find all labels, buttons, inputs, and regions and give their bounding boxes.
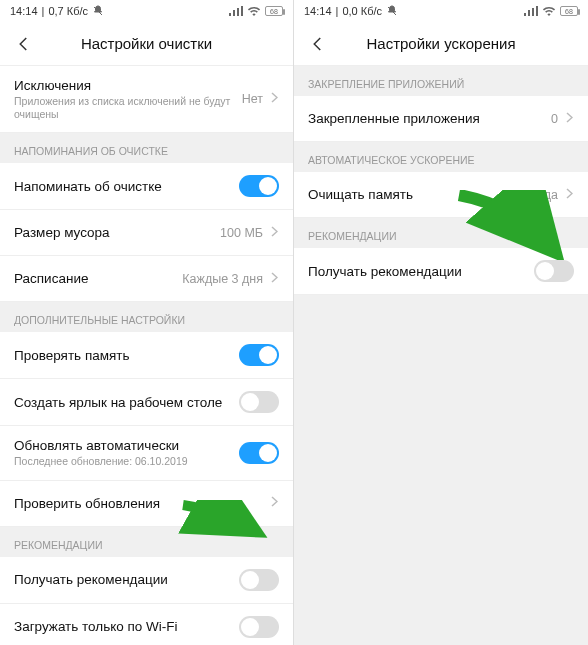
trash-size-row[interactable]: Размер мусора 100 МБ — [0, 210, 293, 256]
clear-memory-value: Никогда — [511, 188, 558, 202]
status-bar: 14:14 | 0,0 Кб/с 68 — [294, 0, 588, 22]
battery-icon: 68 — [265, 6, 283, 16]
section-recommend-right: РЕКОМЕНДАЦИИ — [294, 218, 588, 248]
get-recommend-title-left: Получать рекомендации — [14, 572, 168, 587]
check-updates-row[interactable]: Проверить обновления — [0, 481, 293, 527]
create-shortcut-title: Создать ярлык на рабочем столе — [14, 395, 222, 410]
section-recommend-left: РЕКОМЕНДАЦИИ — [0, 527, 293, 557]
get-recommend-title-right: Получать рекомендации — [308, 264, 462, 279]
pinned-apps-row[interactable]: Закрепленные приложения 0 — [294, 96, 588, 142]
auto-update-sub: Последнее обновление: 06.10.2019 — [14, 455, 239, 468]
phone-right: 14:14 | 0,0 Кб/с 68 Настройки ускорения … — [294, 0, 588, 645]
check-memory-row[interactable]: Проверять память — [0, 332, 293, 379]
wifi-only-row[interactable]: Загружать только по Wi-Fi — [0, 604, 293, 645]
section-reminders: НАПОМИНАНИЯ ОБ ОЧИСТКЕ — [0, 133, 293, 163]
clear-memory-title: Очищать память — [308, 187, 413, 202]
pinned-apps-value: 0 — [551, 112, 558, 126]
battery-icon: 68 — [560, 6, 578, 16]
phone-left: 14:14 | 0,7 Кб/с 68 Настройки очистки Ис… — [0, 0, 294, 645]
remind-toggle[interactable] — [239, 175, 279, 197]
trash-size-title: Размер мусора — [14, 225, 110, 240]
pinned-apps-title: Закрепленные приложения — [308, 111, 480, 126]
check-memory-title: Проверять память — [14, 348, 130, 363]
status-time: 14:14 — [10, 5, 38, 17]
auto-update-toggle[interactable] — [239, 442, 279, 464]
wifi-only-title: Загружать только по Wi-Fi — [14, 619, 178, 634]
back-button[interactable] — [306, 32, 330, 56]
schedule-row[interactable]: Расписание Каждые 3 дня — [0, 256, 293, 302]
status-speed: 0,7 Кб/с — [48, 5, 88, 17]
page-title: Настройки очистки — [36, 35, 257, 52]
section-pinned: ЗАКРЕПЛЕНИЕ ПРИЛОЖЕНИЙ — [294, 66, 588, 96]
exclusions-sub: Приложения из списка исключений не будут… — [14, 95, 242, 120]
chevron-right-icon — [271, 226, 279, 240]
get-recommend-toggle-right[interactable] — [534, 260, 574, 282]
wifi-icon — [247, 6, 261, 16]
exclusions-value: Нет — [242, 92, 263, 106]
trash-size-value: 100 МБ — [220, 226, 263, 240]
exclusions-row[interactable]: Исключения Приложения из списка исключен… — [0, 66, 293, 133]
section-auto: АВТОМАТИЧЕСКОЕ УСКОРЕНИЕ — [294, 142, 588, 172]
no-sound-icon — [386, 5, 398, 17]
chevron-right-icon — [271, 92, 279, 106]
clear-memory-row[interactable]: Очищать память Никогда — [294, 172, 588, 218]
signal-icon — [524, 6, 538, 16]
no-sound-icon — [92, 5, 104, 17]
create-shortcut-row[interactable]: Создать ярлык на рабочем столе — [0, 379, 293, 426]
content: Исключения Приложения из списка исключен… — [0, 66, 293, 645]
status-time: 14:14 — [304, 5, 332, 17]
wifi-only-toggle[interactable] — [239, 616, 279, 638]
section-additional: ДОПОЛНИТЕЛЬНЫЕ НАСТРОЙКИ — [0, 302, 293, 332]
schedule-title: Расписание — [14, 271, 88, 286]
remind-title: Напоминать об очистке — [14, 179, 162, 194]
check-memory-toggle[interactable] — [239, 344, 279, 366]
create-shortcut-toggle[interactable] — [239, 391, 279, 413]
get-recommend-row-right[interactable]: Получать рекомендации — [294, 248, 588, 295]
wifi-icon — [542, 6, 556, 16]
check-updates-title: Проверить обновления — [14, 496, 160, 511]
header: Настройки очистки — [0, 22, 293, 66]
header: Настройки ускорения — [294, 22, 588, 66]
remind-row[interactable]: Напоминать об очистке — [0, 163, 293, 210]
status-speed: 0,0 Кб/с — [342, 5, 382, 17]
status-divider: | — [42, 5, 45, 17]
auto-update-row[interactable]: Обновлять автоматически Последнее обновл… — [0, 426, 293, 481]
status-divider: | — [336, 5, 339, 17]
schedule-value: Каждые 3 дня — [182, 272, 263, 286]
chevron-right-icon — [271, 272, 279, 286]
get-recommend-toggle-left[interactable] — [239, 569, 279, 591]
exclusions-title: Исключения — [14, 78, 242, 93]
chevron-right-icon — [566, 112, 574, 126]
get-recommend-row-left[interactable]: Получать рекомендации — [0, 557, 293, 604]
chevron-right-icon — [271, 496, 279, 510]
content: ЗАКРЕПЛЕНИЕ ПРИЛОЖЕНИЙ Закрепленные прил… — [294, 66, 588, 295]
signal-icon — [229, 6, 243, 16]
auto-update-title: Обновлять автоматически — [14, 438, 239, 453]
back-button[interactable] — [12, 32, 36, 56]
page-title: Настройки ускорения — [330, 35, 552, 52]
status-bar: 14:14 | 0,7 Кб/с 68 — [0, 0, 293, 22]
chevron-right-icon — [566, 188, 574, 202]
